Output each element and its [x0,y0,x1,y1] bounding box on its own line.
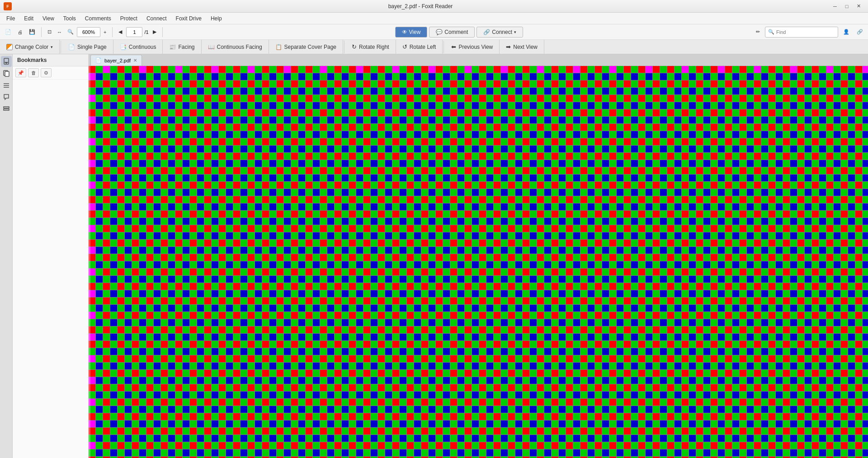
top-mode-tabs: 👁 View 💬 Comment 🔗 Connect ▾ [166,27,752,38]
connect-btn-icon: 🔗 [857,29,863,35]
separate-cover-icon: 📋 [275,44,282,50]
tab-close-button[interactable]: ✕ [133,58,137,63]
view-toolbar: Change Color ▾ 📄 Single Page 📑 Continuou… [0,40,868,54]
facing-button[interactable]: 📰 Facing [163,40,201,54]
menu-comments[interactable]: Comments [80,14,116,23]
search-input[interactable] [776,29,835,35]
menu-connect[interactable]: Connect [142,14,171,23]
view-eye-icon: 👁 [402,29,407,35]
zoom-input[interactable] [77,27,100,37]
tab-connect-label: Connect [492,29,512,35]
sidebar-tab-pages[interactable] [1,68,12,79]
continuous-facing-button[interactable]: 📖 Continuous Facing [202,40,269,54]
next-view-icon: ➡ [506,43,511,50]
left-panel-tabs [0,54,13,458]
menu-foxit-drive[interactable]: Foxit Drive [171,14,206,23]
zoom-in[interactable]: + [101,27,108,38]
separate-cover-label: Separate Cover Page [284,44,336,50]
facing-label: Facing [178,44,194,50]
continuous-label: Continuous [129,44,156,50]
single-page-label: Single Page [77,44,107,50]
svg-rect-8 [4,109,9,110]
change-color-button[interactable]: Change Color ▾ [0,40,60,54]
next-view-button[interactable]: ➡ Next View [500,40,544,54]
search-box: 🔍 [765,27,838,38]
zoom-controls: ⊡ ↔ 🔍 + [45,27,108,38]
menu-file[interactable]: File [2,14,19,23]
page-prev[interactable]: ◀ [116,27,124,38]
edit-icon: ✏ [756,29,760,35]
continuous-facing-label: Continuous Facing [217,44,262,50]
annotations-icon [3,93,10,100]
sidebar-tab-layers[interactable] [1,80,12,90]
pdf-content-area[interactable]: 📄 bayer_2.pdf ✕ [89,54,868,458]
zoom-out[interactable]: 🔍 [65,27,76,38]
close-button[interactable]: ✕ [853,2,864,11]
change-color-icon [6,44,13,50]
bookmarks-icon [3,58,10,65]
pages-icon [3,70,10,77]
menu-help[interactable]: Help [206,14,226,23]
restore-button[interactable]: □ [841,2,853,11]
sidebar-tab-bookmarks[interactable] [1,56,12,67]
zoom-fit-width[interactable]: ↔ [55,27,64,38]
page-total: /1 [144,29,148,35]
user-icon-btn[interactable]: 👤 [841,27,852,38]
tab-comment[interactable]: 💬 Comment [429,27,475,38]
sidebar-container: Bookmarks 📌 🗑 ⚙ [0,54,89,458]
rotate-left-button[interactable]: ↺ Rotate Left [396,40,443,54]
single-page-button[interactable]: 📄 Single Page [62,40,113,54]
fields-icon [3,105,10,112]
menu-view[interactable]: View [38,14,59,23]
connect-dropdown-icon: ▾ [514,30,516,34]
tab-view[interactable]: 👁 View [395,27,428,38]
svg-marker-1 [4,62,9,64]
save-icon: 💾 [29,29,35,35]
connect-btn-right[interactable]: 🔗 [854,27,865,38]
window-controls: ─ □ ✕ [829,2,864,11]
page-number-input[interactable] [126,27,142,37]
bookmark-delete[interactable]: 🗑 [28,68,39,77]
previous-view-icon: ⬅ [451,43,456,50]
tab-comment-label: Comment [444,29,468,35]
previous-view-button[interactable]: ⬅ Previous View [445,40,500,54]
menu-tools[interactable]: Tools [59,14,80,23]
app-logo: F [4,2,12,10]
toolbar-new[interactable]: 📄 [3,27,14,38]
toolbar-print[interactable]: 🖨 [15,27,25,38]
rotate-right-icon: ↻ [352,43,357,50]
pdf-page-canvas [89,66,868,458]
connect-icon: 🔗 [483,29,490,35]
zoom-fit[interactable]: ⊡ [45,27,54,38]
doc-tab-name: bayer_2.pdf [104,58,131,63]
toolbar-save[interactable]: 💾 [27,27,38,38]
panel-title: Bookmarks [17,57,47,63]
document-tab[interactable]: 📄 bayer_2.pdf ✕ [90,55,142,66]
sidebar-tab-fields[interactable] [1,103,12,114]
continuous-facing-icon: 📖 [208,44,215,50]
options-bookmark-icon: ⚙ [44,70,48,76]
sidebar-tab-annotations[interactable] [1,91,12,102]
next-view-label: Next View [513,44,538,50]
menu-edit[interactable]: Edit [19,14,38,23]
rotate-left-icon: ↺ [402,43,407,50]
page-next[interactable]: ▶ [151,27,159,38]
toolbar-right: ✏ 🔍 👤 🔗 [754,27,865,38]
rotate-right-button[interactable]: ↻ Rotate Right [345,40,396,54]
document-tabs: 📄 bayer_2.pdf ✕ [89,54,868,66]
fit-icon: ⊡ [47,29,52,35]
bookmark-new[interactable]: 📌 [15,68,26,77]
continuous-button[interactable]: 📑 Continuous [113,40,163,54]
minimize-button[interactable]: ─ [829,2,841,11]
toolbar-edit[interactable]: ✏ [754,27,762,38]
main-toolbar: 📄 🖨 💾 ⊡ ↔ 🔍 + ◀ /1 ▶ 👁 View [0,24,868,40]
rotate-left-label: Rotate Left [410,44,436,50]
delete-bookmark-icon: 🗑 [31,70,36,76]
tab-connect[interactable]: 🔗 Connect ▾ [476,27,523,38]
bookmark-options[interactable]: ⚙ [41,68,52,77]
layers-icon [3,81,10,89]
separate-cover-button[interactable]: 📋 Separate Cover Page [269,40,343,54]
user-icon: 👤 [843,29,849,35]
menu-protect[interactable]: Protect [116,14,142,23]
title-bar: F bayer_2.pdf - Foxit Reader ─ □ ✕ [0,0,868,13]
